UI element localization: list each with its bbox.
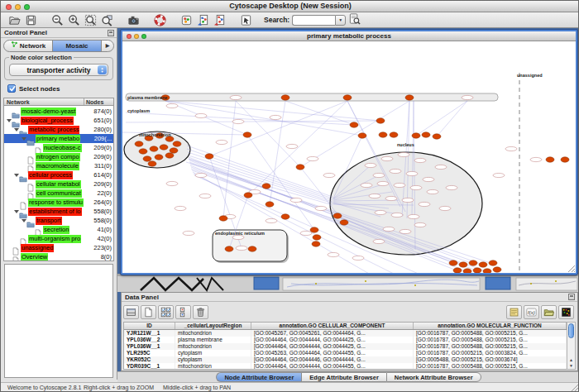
- network-node[interactable]: [377, 181, 389, 185]
- network-node[interactable]: [439, 206, 451, 210]
- network-node[interactable]: [423, 177, 434, 181]
- network-node[interactable]: [243, 132, 251, 137]
- network-node[interactable]: [398, 152, 409, 156]
- tree-item-nucleobase-c[interactable]: nucleobase-c209(0): [4, 143, 113, 152]
- zoom-selected-icon[interactable]: [100, 13, 113, 26]
- tree-item-cellular-metabol[interactable]: cellular metabol209(0): [4, 179, 113, 189]
- help-icon[interactable]: [153, 13, 166, 26]
- network-node[interactable]: [216, 140, 227, 144]
- network-node[interactable]: [405, 95, 414, 100]
- network-node[interactable]: [402, 198, 414, 202]
- network-node[interactable]: [422, 132, 430, 137]
- network-node[interactable]: [135, 141, 143, 146]
- network-node[interactable]: [373, 239, 385, 243]
- disclosure-triangle-icon[interactable]: [21, 137, 26, 141]
- network-node[interactable]: [419, 202, 430, 206]
- network-node[interactable]: [373, 173, 385, 177]
- network-node[interactable]: [383, 227, 395, 231]
- column-header-annotation-go-molecular-function[interactable]: annotation.GO MOLECULAR_FUNCTION: [414, 323, 567, 329]
- network-node[interactable]: [493, 267, 501, 272]
- network-node[interactable]: [435, 165, 447, 169]
- tree-item-macromolecule[interactable]: macromolecule311(0): [4, 161, 113, 170]
- table-row-ykr052c[interactable]: YKR052Ccytoplasm[GO:0044464, GO:0044446,…: [124, 356, 567, 363]
- network-node[interactable]: [394, 183, 405, 187]
- network-node[interactable]: [270, 115, 281, 119]
- network-node[interactable]: [375, 210, 386, 214]
- function-builder-button[interactable]: f(x): [524, 305, 539, 319]
- plugin-manager-icon[interactable]: [179, 13, 193, 26]
- deselect-attributes-button[interactable]: [175, 305, 191, 319]
- network-node[interactable]: [173, 141, 181, 146]
- network-node[interactable]: [479, 262, 487, 267]
- table-row-ypl036w-1[interactable]: YPL036W__1mitochondrion[GO:0044464, GO:0…: [124, 343, 567, 350]
- zoom-in-icon[interactable]: [67, 13, 80, 26]
- tree-item-cell-communicat[interactable]: cell communicat22(0): [4, 189, 113, 198]
- network-node[interactable]: [385, 196, 397, 200]
- network-node[interactable]: [150, 146, 158, 151]
- network-node[interactable]: [546, 157, 554, 162]
- scrollbar-thumb[interactable]: [568, 323, 574, 338]
- snapshot-icon[interactable]: [127, 13, 140, 26]
- network-node[interactable]: [561, 157, 569, 162]
- network-node[interactable]: [463, 269, 471, 273]
- network-node[interactable]: [379, 132, 387, 137]
- network-node[interactable]: [410, 185, 422, 189]
- network-node[interactable]: [183, 231, 194, 235]
- tree-item-primary-metabo[interactable]: primary metabo209(...: [4, 134, 113, 143]
- network-node[interactable]: [343, 95, 352, 100]
- network-node[interactable]: [406, 171, 418, 175]
- network-node[interactable]: [350, 122, 358, 127]
- network-node[interactable]: [155, 155, 163, 160]
- network-node[interactable]: [315, 206, 327, 210]
- scrollbar-arrows[interactable]: ▲▼: [567, 357, 575, 369]
- network-node[interactable]: [400, 229, 411, 233]
- network-node[interactable]: [328, 252, 339, 256]
- tree-item-transport[interactable]: transport558(0): [4, 216, 113, 225]
- import-attributes-icon[interactable]: [213, 13, 226, 26]
- network-view-window[interactable]: primary metabolic process plasma membran…: [121, 30, 577, 275]
- notes-button[interactable]: [506, 305, 522, 319]
- table-row-yjr121w-1[interactable]: YJR121W__1mitochondrion[GO:0045267, GO:0…: [124, 330, 567, 337]
- network-node[interactable]: [307, 156, 318, 160]
- network-node[interactable]: [365, 163, 376, 167]
- network-node[interactable]: [205, 154, 213, 159]
- column-header-id[interactable]: ID: [124, 323, 175, 329]
- network-node[interactable]: [225, 246, 233, 251]
- network-node[interactable]: [433, 134, 441, 139]
- network-node[interactable]: [462, 95, 473, 99]
- network-node[interactable]: [160, 145, 168, 150]
- tab-mosaic[interactable]: Mosaic: [52, 41, 102, 51]
- tree-item-establishment-of-lo[interactable]: establishment of lo558(0): [4, 207, 113, 216]
- network-node[interactable]: [166, 181, 178, 185]
- network-node[interactable]: [473, 268, 481, 273]
- open-file-icon[interactable]: [7, 13, 21, 26]
- tree-item-multi-organism-pro[interactable]: multi-organism pro42(0): [4, 234, 113, 243]
- disclosure-triangle-icon[interactable]: [13, 174, 19, 177]
- annotation-icon[interactable]: [239, 13, 252, 26]
- disclosure-triangle-icon[interactable]: [6, 119, 12, 122]
- attribute-table-button[interactable]: [123, 305, 139, 319]
- save-icon[interactable]: [24, 13, 37, 26]
- network-node[interactable]: [266, 202, 274, 207]
- tree-item-metabolic-process[interactable]: metabolic process280(0): [4, 125, 113, 134]
- network-node[interactable]: [369, 194, 380, 198]
- select-attributes-button[interactable]: [158, 305, 174, 319]
- tab-edge-attribute-browser[interactable]: Edge Attribute Browser: [301, 372, 385, 382]
- network-node[interactable]: [290, 198, 302, 202]
- tab-network-attribute-browser[interactable]: Network Attribute Browser: [386, 372, 481, 382]
- table-scrollbar[interactable]: ▲▼: [567, 322, 576, 370]
- window-resize-grip[interactable]: [567, 265, 576, 273]
- table-row-ypl036w-2[interactable]: YPL036W__2plasma membrane[GO:0044464, GO…: [124, 337, 567, 343]
- network-node[interactable]: [281, 214, 290, 219]
- select-nodes-checkbox[interactable]: [7, 84, 16, 93]
- network-node[interactable]: [286, 144, 298, 148]
- titlebar[interactable]: Cytoscape Desktop (New Session): [1, 1, 579, 12]
- network-node[interactable]: [313, 235, 321, 240]
- network-node[interactable]: [493, 173, 505, 177]
- disclosure-triangle-icon[interactable]: [21, 219, 26, 222]
- tree-item-mosaic-demo-yeast[interactable]: mosaic-demo-yeast874(0): [4, 107, 113, 116]
- network-node[interactable]: [323, 173, 335, 177]
- network-node[interactable]: [358, 133, 366, 138]
- network-node[interactable]: [505, 146, 517, 151]
- network-node[interactable]: [244, 193, 252, 198]
